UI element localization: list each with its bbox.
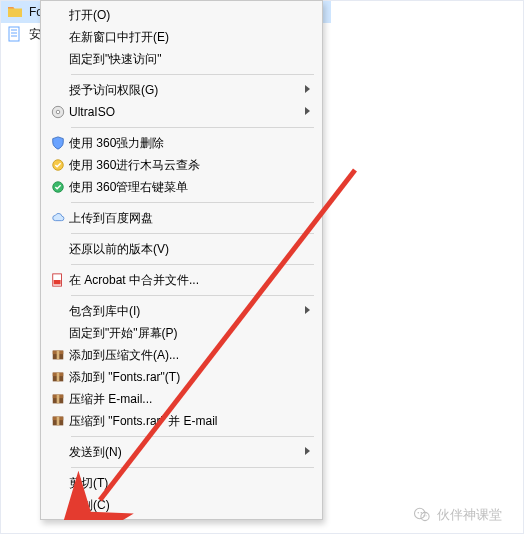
submenu-arrow-icon (304, 445, 312, 459)
menu-separator (71, 264, 314, 265)
menu-item[interactable]: 复制(C) (43, 494, 320, 516)
menu-item-label: 在 Acrobat 中合并文件... (69, 272, 199, 289)
menu-separator (71, 127, 314, 128)
shield-green-icon (47, 179, 69, 195)
blank-icon (47, 82, 69, 98)
blank-icon (47, 241, 69, 257)
svg-rect-15 (57, 373, 60, 382)
blank-icon (47, 444, 69, 460)
menu-item[interactable]: 在新窗口中打开(E) (43, 26, 320, 48)
menu-item[interactable]: 使用 360强力删除 (43, 132, 320, 154)
menu-separator (71, 295, 314, 296)
winrar-icon (47, 369, 69, 385)
shield-360-icon (47, 135, 69, 151)
menu-item-label: UltraISO (69, 105, 115, 119)
menu-separator (71, 74, 314, 75)
svg-rect-21 (57, 417, 60, 426)
blank-icon (47, 29, 69, 45)
menu-separator (71, 436, 314, 437)
menu-item-label: 使用 360进行木马云查杀 (69, 157, 200, 174)
svg-point-5 (56, 110, 60, 114)
menu-item[interactable]: 使用 360管理右键菜单 (43, 176, 320, 198)
submenu-arrow-icon (304, 304, 312, 318)
menu-item-label: 复制(C) (69, 497, 110, 514)
blank-icon (47, 7, 69, 23)
blank-icon (47, 303, 69, 319)
shield-yellow-icon (47, 157, 69, 173)
menu-item[interactable]: 添加到压缩文件(A)... (43, 344, 320, 366)
menu-item[interactable]: 压缩并 E-mail... (43, 388, 320, 410)
menu-item-label: 使用 360管理右键菜单 (69, 179, 188, 196)
menu-item-label: 在新窗口中打开(E) (69, 29, 169, 46)
menu-item-label: 发送到(N) (69, 444, 122, 461)
menu-item[interactable]: 固定到"快速访问" (43, 48, 320, 70)
submenu-arrow-icon (304, 83, 312, 97)
svg-rect-0 (9, 27, 19, 41)
menu-item-label: 添加到压缩文件(A)... (69, 347, 179, 364)
menu-item-label: 使用 360强力删除 (69, 135, 164, 152)
submenu-arrow-icon (304, 105, 312, 119)
context-menu: 打开(O)在新窗口中打开(E)固定到"快速访问"授予访问权限(G)UltraIS… (40, 0, 323, 520)
svg-point-27 (423, 515, 424, 516)
menu-item[interactable]: 在 Acrobat 中合并文件... (43, 269, 320, 291)
svg-point-23 (415, 508, 426, 519)
menu-item[interactable]: 上传到百度网盘 (43, 207, 320, 229)
watermark-label: 伙伴神课堂 (437, 506, 502, 524)
menu-item[interactable]: 添加到 "Fonts.rar"(T) (43, 366, 320, 388)
svg-point-26 (421, 512, 423, 514)
menu-item[interactable]: 发送到(N) (43, 441, 320, 463)
svg-rect-12 (57, 351, 60, 360)
menu-item[interactable]: 包含到库中(I) (43, 300, 320, 322)
menu-item-label: 打开(O) (69, 7, 110, 24)
menu-item-label: 固定到"开始"屏幕(P) (69, 325, 178, 342)
svg-rect-18 (57, 395, 60, 404)
menu-item[interactable]: 固定到"开始"屏幕(P) (43, 322, 320, 344)
wechat-icon (413, 506, 431, 524)
cloud-icon (47, 210, 69, 226)
blank-icon (47, 497, 69, 513)
svg-rect-9 (54, 280, 61, 284)
winrar-icon (47, 391, 69, 407)
blank-icon (47, 51, 69, 67)
menu-item-label: 还原以前的版本(V) (69, 241, 169, 258)
blank-icon (47, 475, 69, 491)
winrar-icon (47, 413, 69, 429)
menu-item[interactable]: 使用 360进行木马云查杀 (43, 154, 320, 176)
menu-item[interactable]: UltraISO (43, 101, 320, 123)
menu-item-label: 压缩并 E-mail... (69, 391, 152, 408)
menu-separator (71, 467, 314, 468)
svg-point-28 (426, 515, 427, 516)
menu-item[interactable]: 打开(O) (43, 4, 320, 26)
folder-icon (7, 4, 23, 20)
menu-item[interactable]: 还原以前的版本(V) (43, 238, 320, 260)
text-file-icon (7, 26, 23, 42)
menu-item-label: 包含到库中(I) (69, 303, 140, 320)
menu-item-label: 剪切(T) (69, 475, 108, 492)
menu-item-label: 固定到"快速访问" (69, 51, 162, 68)
menu-item-label: 上传到百度网盘 (69, 210, 153, 227)
pdf-icon (47, 272, 69, 288)
svg-point-25 (418, 512, 420, 514)
blank-icon (47, 325, 69, 341)
watermark: 伙伴神课堂 (413, 506, 502, 524)
menu-separator (71, 202, 314, 203)
winrar-icon (47, 347, 69, 363)
menu-item-label: 压缩到 "Fonts.rar" 并 E-mail (69, 413, 218, 430)
menu-item[interactable]: 压缩到 "Fonts.rar" 并 E-mail (43, 410, 320, 432)
menu-item[interactable]: 剪切(T) (43, 472, 320, 494)
menu-item[interactable]: 授予访问权限(G) (43, 79, 320, 101)
menu-item-label: 授予访问权限(G) (69, 82, 158, 99)
menu-separator (71, 233, 314, 234)
disc-icon (47, 104, 69, 120)
menu-item-label: 添加到 "Fonts.rar"(T) (69, 369, 180, 386)
